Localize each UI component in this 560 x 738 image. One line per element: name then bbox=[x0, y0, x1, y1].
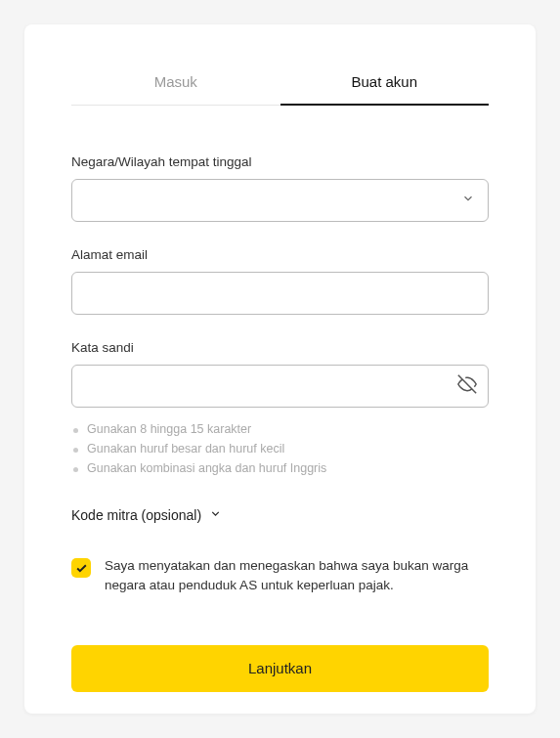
hint-item: Gunakan 8 hingga 15 karakter bbox=[71, 419, 489, 439]
partner-code-toggle[interactable]: Kode mitra (opsional) bbox=[71, 507, 489, 523]
tab-signup[interactable]: Buat akun bbox=[280, 73, 490, 106]
country-field: Negara/Wilayah tempat tinggal bbox=[71, 154, 489, 222]
password-field[interactable] bbox=[71, 365, 489, 408]
eye-off-icon[interactable] bbox=[457, 374, 477, 398]
email-field-group: Alamat email bbox=[71, 247, 489, 315]
email-label: Alamat email bbox=[71, 247, 489, 262]
auth-tabs: Masuk Buat akun bbox=[71, 73, 489, 106]
continue-button[interactable]: Lanjutkan bbox=[71, 645, 489, 692]
signup-card: Masuk Buat akun Negara/Wilayah tempat ti… bbox=[24, 24, 536, 714]
country-select[interactable] bbox=[71, 179, 489, 222]
chevron-down-icon bbox=[209, 507, 222, 523]
password-hints: Gunakan 8 hingga 15 karakter Gunakan hur… bbox=[71, 419, 489, 478]
password-field-group: Kata sandi Gunakan 8 hingga 15 karakter … bbox=[71, 340, 489, 478]
tab-login[interactable]: Masuk bbox=[71, 73, 280, 106]
email-field[interactable] bbox=[71, 272, 489, 315]
hint-item: Gunakan kombinasi angka dan huruf Inggri… bbox=[71, 458, 489, 478]
consent-text: Saya menyatakan dan menegaskan bahwa say… bbox=[105, 556, 489, 596]
consent-checkbox[interactable] bbox=[71, 558, 91, 578]
password-label: Kata sandi bbox=[71, 340, 489, 355]
consent-row: Saya menyatakan dan menegaskan bahwa say… bbox=[71, 556, 489, 596]
partner-code-label: Kode mitra (opsional) bbox=[71, 507, 201, 523]
country-label: Negara/Wilayah tempat tinggal bbox=[71, 154, 489, 169]
hint-item: Gunakan huruf besar dan huruf kecil bbox=[71, 439, 489, 458]
